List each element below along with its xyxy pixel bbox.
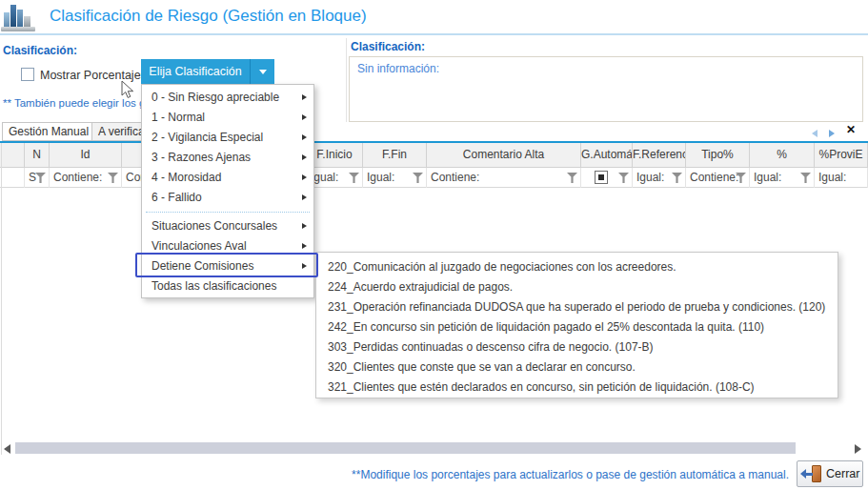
filter-operator-label[interactable]: Igual: [818, 171, 846, 184]
submenu-right-arrow-icon [302, 134, 307, 140]
menu-item-situaciones-concursales[interactable]: Situaciones Concursales [142, 216, 313, 236]
filter-operator-label[interactable]: Igual: [754, 171, 781, 184]
info-text: Sin información: [357, 62, 439, 75]
filter-operator-label[interactable]: Contiene: [690, 171, 738, 184]
close-x-icon[interactable]: ✕ [846, 123, 856, 136]
filter-cell[interactable]: Igual: [307, 168, 363, 188]
submenu-item-321[interactable]: 321_Clientes que estén declarados en con… [316, 378, 838, 398]
filter-operator-label[interactable]: Contiene: [53, 171, 102, 184]
column-header-F.Fin[interactable]: F.Fin [363, 143, 427, 168]
menu-item-todas-las-clasificaciones[interactable]: Todas las clasificaciones [142, 276, 313, 296]
submenu-item-224[interactable]: 224_Acuerdo extrajudicial de pagos. [316, 277, 838, 297]
classification-info-box: Sin información: [349, 56, 863, 122]
filter-cell[interactable]: Igual: [815, 168, 868, 188]
left-section-label: Clasificación: [3, 44, 77, 57]
filter-cell[interactable] [581, 168, 633, 188]
menu-item-label: 2 - Vigilancia Especial [151, 131, 263, 144]
submenu-right-arrow-icon [302, 223, 307, 229]
menu-item-6-fallido[interactable]: 6 - Fallido [142, 188, 313, 208]
button-separator [250, 59, 251, 84]
column-header-Comentario Alta[interactable]: Comentario Alta [427, 143, 581, 168]
filter-cell[interactable]: Igual: [750, 168, 815, 188]
highlight-box [135, 253, 318, 277]
indeterminate-checkbox[interactable] [595, 171, 608, 184]
funnel-icon[interactable] [108, 173, 118, 183]
column-header-G.Automática[interactable]: G.Automática [581, 143, 633, 168]
page-title: Clasificación de Riesgo (Gestión en Bloq… [50, 7, 367, 26]
scroll-left-arrow-icon[interactable] [4, 444, 10, 454]
close-button[interactable]: Cerrar [797, 460, 863, 487]
menu-separator [142, 208, 313, 216]
menu-item-label: 6 - Fallido [151, 191, 202, 204]
filter-operator-label[interactable]: Igual: [311, 171, 338, 184]
column-header-Id[interactable]: Id [50, 143, 122, 168]
funnel-icon[interactable] [800, 173, 811, 183]
submenu-item-320[interactable]: 320_Clientes que conste que se van a dec… [316, 357, 838, 378]
scroll-right-arrow-icon[interactable] [855, 444, 861, 454]
funnel-icon[interactable] [349, 173, 359, 183]
submenu-right-arrow-icon [302, 114, 307, 120]
submenu-right-arrow-icon [302, 154, 307, 160]
panel-divider [346, 38, 347, 122]
submenu-right-arrow-icon [302, 243, 307, 249]
submenu-item-303[interactable]: 303_Perdidas continuadas o descenso cifr… [316, 337, 838, 357]
menu-item-1-normal[interactable]: 1 - Normal [142, 108, 313, 128]
table-left-border [1, 143, 2, 455]
column-header-%ProviE[interactable]: %ProviE [815, 143, 868, 168]
column-header-%[interactable]: % [750, 143, 815, 168]
column-header-F.Referencia[interactable]: F.Referencia [633, 143, 686, 168]
funnel-icon[interactable] [35, 173, 46, 183]
filter-cell[interactable] [17, 168, 25, 188]
close-button-label: Cerrar [826, 467, 859, 480]
column-header-N[interactable]: N [25, 143, 50, 168]
funnel-icon[interactable] [567, 173, 577, 183]
menu-item-2-vigilancia-especial[interactable]: 2 - Vigilancia Especial [142, 128, 313, 148]
tab-a-verificar[interactable]: A verifica [92, 122, 144, 141]
tab-scroll-left-icon[interactable] [812, 130, 818, 137]
choose-classification-button[interactable]: Elija Clasificación [141, 59, 274, 84]
column-header-Tipo%[interactable]: Tipo% [686, 143, 750, 168]
submenu-item-242[interactable]: 242_En concurso sin petición de liquidac… [316, 317, 838, 337]
menu-item-label: 4 - Morosidad [151, 171, 221, 184]
mouse-cursor-icon [121, 80, 134, 99]
funnel-icon[interactable] [618, 173, 629, 183]
filter-cell[interactable]: Contiene: [50, 168, 122, 188]
horizontal-scrollbar-thumb[interactable] [15, 442, 796, 454]
filter-cell[interactable]: Igual: [363, 168, 427, 188]
filter-cell[interactable]: Contiene: [427, 168, 581, 188]
menu-item-4-morosidad[interactable]: 4 - Morosidad [142, 168, 313, 188]
submenu-item-231[interactable]: 231_Operación refinanciada DUDOSA que ha… [316, 297, 838, 317]
column-header-F.Inicio[interactable]: F.Inicio [307, 143, 363, 168]
menu-item-label: Vinculaciones Aval [151, 239, 247, 253]
funnel-icon[interactable] [672, 173, 682, 183]
menu-item-3-razones-ajenas[interactable]: 3 - Razones Ajenas [142, 148, 313, 168]
exit-door-icon [802, 464, 823, 484]
filter-cell[interactable]: S [25, 168, 50, 188]
menu-item-label: 1 - Normal [151, 111, 205, 124]
filter-operator-label[interactable]: S [29, 171, 36, 184]
tab-scroll-right-icon[interactable] [829, 130, 835, 137]
bar-chart-icon [1, 1, 39, 33]
menu-item-label: Todas las clasificaciones [151, 279, 276, 293]
risk-classification-window: Clasificación de Riesgo (Gestión en Bloq… [0, 0, 868, 490]
filter-operator-label[interactable]: Igual: [636, 171, 664, 184]
filter-cell[interactable]: Igual: [633, 168, 686, 188]
filter-cell[interactable]: Contiene: [686, 168, 750, 188]
show-percentages-checkbox[interactable] [21, 68, 34, 81]
menu-item-label: 0 - Sin Riesgo apreciable [151, 91, 279, 104]
menu-item-0-sin-riesgo-apreciable[interactable]: 0 - Sin Riesgo apreciable [142, 88, 313, 108]
header-divider [0, 33, 868, 35]
submenu-item-220[interactable]: 220_Comunicación al juzgado de negociaci… [316, 257, 838, 277]
filter-operator-label[interactable]: Igual: [367, 171, 394, 184]
tab-gestion-manual[interactable]: Gestión Manual [2, 122, 92, 141]
column-header[interactable] [17, 143, 25, 168]
submenu-right-arrow-icon [302, 194, 307, 200]
right-section-label: Clasificación: [351, 40, 425, 53]
detiene-comisiones-submenu: 220_Comunicación al juzgado de negociaci… [315, 252, 838, 398]
table-filter-row: SContiene:Contiene:Igual:Igual:Contiene:… [0, 168, 868, 188]
submenu-right-arrow-icon [302, 94, 307, 100]
chevron-down-icon[interactable] [259, 70, 267, 74]
funnel-icon[interactable] [413, 173, 423, 183]
choose-classification-label: Elija Clasificación [141, 59, 250, 84]
filter-operator-label[interactable]: Contiene: [431, 171, 479, 184]
